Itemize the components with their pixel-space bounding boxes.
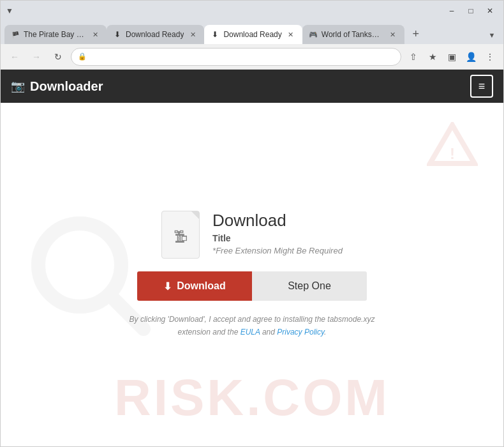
tab-title-download1: Download Ready (126, 30, 184, 39)
step-one-label: Step One (288, 280, 331, 292)
tab-title-piratebay: The Pirate Bay - Th... (24, 30, 86, 39)
legal-text: By clicking 'Download', I accept and agr… (130, 314, 375, 338)
download-buttons: ⬇ Download Step One (137, 271, 367, 301)
tab-list-button[interactable]: ▼ (485, 29, 498, 42)
download-arrow-icon: ⬇ (163, 280, 172, 292)
legal-text-before: By clicking 'Download', I accept and agr… (130, 315, 375, 324)
legal-and-text: and (262, 328, 275, 337)
close-button[interactable]: ✕ (482, 4, 498, 17)
svg-marker-2 (430, 125, 475, 163)
tab-download1[interactable]: ⬇ Download Ready ✕ (107, 25, 204, 44)
title-bar: ▼ – □ ✕ (1, 1, 503, 21)
legal-text-middle: extension and the (178, 328, 239, 337)
tab-favicon-download2: ⬇ (211, 30, 219, 39)
download-button[interactable]: ⬇ Download (137, 271, 252, 301)
download-heading: Download (212, 211, 343, 231)
maximize-button[interactable]: □ (463, 4, 479, 17)
tab-title-download2: Download Ready (223, 30, 281, 39)
tab-close-wot[interactable]: ✕ (388, 29, 398, 40)
svg-text:!: ! (450, 145, 455, 162)
navbar-brand-name: Downloader (30, 79, 103, 94)
step-one-button[interactable]: Step One (252, 271, 367, 301)
new-tab-button[interactable]: + (407, 25, 425, 43)
tab-download2[interactable]: ⬇ Download Ready ✕ (204, 25, 302, 44)
browser-window: ▼ – □ ✕ 🏴 The Pirate Bay - Th... ✕ ⬇ Dow… (0, 0, 504, 447)
tab-title-wot: World of Tanks—F... (322, 30, 384, 39)
extensions-icon[interactable]: ▣ (443, 49, 460, 65)
tabs-bar: 🏴 The Pirate Bay - Th... ✕ ⬇ Download Re… (1, 21, 503, 44)
site-navbar: 📷 Downloader ≡ (1, 70, 503, 103)
privacy-link[interactable]: Privacy Policy (277, 328, 324, 337)
window-controls: – □ ✕ (443, 4, 498, 17)
forward-button[interactable]: → (27, 48, 45, 66)
title-bar-left: ▼ (6, 6, 13, 15)
legal-period: . (324, 328, 326, 337)
download-card: 🗜 Download Title *Free Extension Might B… (91, 185, 413, 363)
zip-icon: 🗜 (174, 229, 188, 246)
page-content: 📷 Downloader ≡ (1, 70, 503, 446)
navbar-toggle-button[interactable]: ≡ (470, 75, 493, 98)
lock-icon: 🔒 (78, 52, 87, 61)
download-info: 🗜 Download Title *Free Extension Might B… (161, 211, 343, 259)
watermark-text: RISK.COM (114, 368, 390, 427)
back-button[interactable]: ← (6, 48, 24, 66)
camera-icon: 📷 (11, 79, 25, 93)
bookmark-icon[interactable]: ★ (424, 49, 441, 65)
download-text: Download Title *Free Extension Might Be … (212, 211, 343, 255)
reload-button[interactable]: ↻ (49, 48, 67, 66)
profile-icon[interactable]: 👤 (463, 49, 479, 65)
address-bar: ← → ↻ 🔒 ⇧ ★ ▣ 👤 ⋮ (1, 44, 503, 70)
share-icon[interactable]: ⇧ (405, 49, 422, 65)
file-icon: 🗜 (161, 211, 200, 259)
tab-worldoftanks[interactable]: 🎮 World of Tanks—F... ✕ (302, 25, 404, 44)
address-actions: ⇧ ★ ▣ 👤 ⋮ (405, 49, 498, 65)
tab-close-download1[interactable]: ✕ (188, 29, 198, 40)
tab-favicon-piratebay: 🏴 (11, 30, 20, 39)
tab-strip-controls: ▼ (480, 29, 503, 42)
tab-favicon-wot: 🎮 (309, 30, 318, 39)
url-bar[interactable]: 🔒 (71, 48, 401, 66)
tab-piratebay[interactable]: 🏴 The Pirate Bay - Th... ✕ (4, 25, 107, 44)
hamburger-icon: ≡ (478, 80, 485, 93)
navbar-brand: 📷 Downloader (11, 79, 103, 94)
minimize-button[interactable]: – (443, 4, 460, 17)
menu-icon[interactable]: ⋮ (482, 49, 498, 65)
tab-favicon-download1: ⬇ (113, 30, 122, 39)
file-title-label: Title (212, 233, 343, 243)
title-bar-label: ▼ (6, 6, 13, 15)
main-area: ! RISK.COM 🗜 Download Title (1, 103, 503, 446)
eula-link[interactable]: EULA (241, 328, 260, 337)
extension-note: *Free Extension Might Be Required (212, 246, 343, 255)
tab-close-download2[interactable]: ✕ (286, 29, 296, 40)
tab-close-piratebay[interactable]: ✕ (90, 29, 100, 40)
logo-watermark: ! (427, 122, 478, 176)
download-button-label: Download (177, 280, 225, 292)
